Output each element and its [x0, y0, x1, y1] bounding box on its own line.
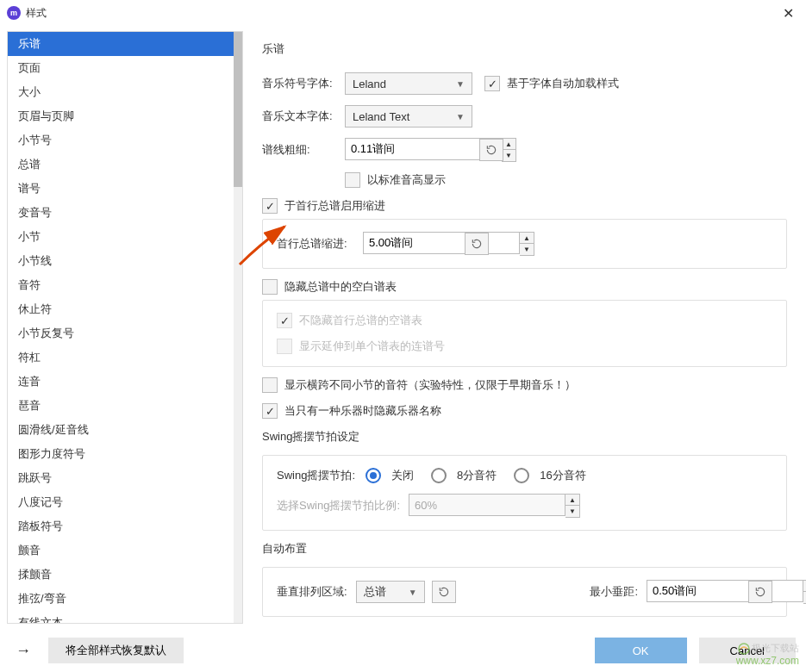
staff-thickness-spinner[interactable]: ▲▼	[345, 138, 472, 162]
music-text-font-label: 音乐文本字体:	[262, 109, 345, 124]
first-system-indent-label: 首行总谱缩进:	[277, 236, 363, 252]
swing-off-label: 关闭	[391, 468, 414, 483]
concert-pitch-label: 以标准音高显示	[367, 172, 446, 188]
music-text-font-select[interactable]: Leland Text ▼	[345, 105, 472, 128]
reset-first-indent-button[interactable]	[465, 233, 489, 255]
min-vert-spinner[interactable]: ▲▼	[647, 580, 741, 604]
sidebar-item[interactable]: 谱号	[8, 177, 242, 201]
spin-down-icon: ▼	[565, 506, 579, 517]
swing-title: Swing摇摆节拍设定	[262, 429, 787, 445]
cross-measure-checkbox[interactable]	[262, 377, 278, 393]
sidebar-item[interactable]: 小节反复号	[8, 321, 242, 345]
swing-group: Swing摇摆节拍: 关闭 8分音符 16分音符 选择Swing摇摆节拍比例: …	[262, 455, 787, 531]
undo-icon	[485, 144, 497, 156]
close-icon[interactable]: ✕	[778, 3, 799, 23]
expand-arrow-icon[interactable]: →	[10, 638, 36, 663]
sidebar-scroll-thumb[interactable]	[234, 32, 242, 187]
sidebar-item[interactable]: 圆滑线/延音线	[8, 418, 242, 442]
sidebar-item[interactable]: 小节线	[8, 249, 242, 273]
swing-eighth-label: 8分音符	[457, 468, 497, 483]
hide-empty-staves-label: 隐藏总谱中的空白谱表	[284, 279, 397, 295]
sidebar-item[interactable]: 推弦/弯音	[8, 587, 242, 611]
autoplace-group: 垂直排列区域: 总谱 ▼ 最小垂距: ▲▼	[262, 567, 787, 617]
footer: → 将全部样式恢复默认 OK Cancel	[0, 629, 806, 672]
sidebar-item[interactable]: 跳跃号	[8, 466, 242, 490]
reset-staff-thickness-button[interactable]	[479, 139, 503, 161]
swing-sixteenth-radio[interactable]	[514, 468, 529, 483]
sidebar-item[interactable]: 符杠	[8, 345, 242, 370]
hide-instrument-checkbox[interactable]	[262, 403, 278, 419]
swing-ratio-label: 选择Swing摇摆节拍比例:	[277, 498, 400, 513]
section-heading: 乐谱	[262, 41, 787, 57]
sidebar-item[interactable]: 踏板符号	[8, 514, 242, 538]
content-panel: 乐谱 音乐符号字体: Leland ▼ 基于字体自动加载样式 音乐文本字体: L…	[243, 26, 806, 629]
sidebar-item[interactable]: 页面	[8, 56, 242, 80]
sidebar-item[interactable]: 连音	[8, 370, 242, 394]
sidebar-item[interactable]: 颤音	[8, 538, 242, 563]
first-system-indent-spinner[interactable]: ▲▼	[363, 232, 458, 256]
sidebar-item[interactable]: 图形力度符号	[8, 442, 242, 466]
sidebar-item[interactable]: 小节	[8, 225, 242, 249]
reset-vert-align-button[interactable]	[432, 581, 456, 603]
auto-load-style-checkbox[interactable]	[484, 76, 500, 91]
sidebar-item[interactable]: 总谱	[8, 152, 242, 177]
show-brackets-label: 显示延伸到单个谱表的连谱号	[299, 339, 445, 354]
swing-ratio-input	[409, 494, 565, 516]
first-system-indent-enable-label: 于首行总谱启用缩进	[284, 198, 385, 214]
min-vert-label: 最小垂距:	[590, 584, 638, 600]
reset-all-button[interactable]: 将全部样式恢复默认	[48, 638, 184, 663]
sidebar-item[interactable]: 有线文本	[8, 611, 242, 624]
concert-pitch-checkbox[interactable]	[345, 172, 360, 188]
sidebar-item[interactable]: 八度记号	[8, 490, 242, 514]
undo-icon	[471, 238, 483, 250]
vert-align-label: 垂直排列区域:	[277, 584, 347, 600]
undo-icon	[438, 586, 450, 598]
music-symbol-font-label: 音乐符号字体:	[262, 76, 345, 91]
vert-align-select[interactable]: 总谱 ▼	[356, 581, 425, 603]
spin-down-icon[interactable]: ▼	[520, 244, 534, 255]
reset-min-vert-button[interactable]	[748, 581, 772, 603]
sidebar-scrollbar[interactable]	[234, 32, 242, 623]
staff-thickness-input[interactable]	[345, 138, 502, 160]
sidebar-item[interactable]: 乐谱	[8, 32, 242, 56]
dont-hide-first-checkbox	[277, 313, 292, 328]
music-symbol-font-select[interactable]: Leland ▼	[345, 72, 472, 95]
spin-up-icon[interactable]: ▲	[520, 233, 534, 244]
ok-button[interactable]: OK	[595, 638, 687, 663]
sidebar-item[interactable]: 页眉与页脚	[8, 104, 242, 128]
hide-empty-staves-group: 不隐藏首行总谱的空谱表 显示延伸到单个谱表的连谱号	[262, 300, 787, 367]
spin-down-icon[interactable]: ▼	[502, 150, 515, 161]
sidebar-item[interactable]: 音符	[8, 273, 242, 297]
swing-off-radio[interactable]	[366, 468, 381, 483]
app-icon: m	[7, 6, 21, 20]
dont-hide-first-label: 不隐藏首行总谱的空谱表	[299, 313, 422, 328]
window-title: 样式	[26, 6, 47, 21]
cancel-button[interactable]: Cancel	[699, 638, 796, 663]
swing-label: Swing摇摆节拍:	[277, 468, 355, 483]
sidebar-item[interactable]: 大小	[8, 80, 242, 104]
spin-up-icon[interactable]: ▲	[502, 139, 515, 150]
swing-sixteenth-label: 16分音符	[540, 468, 585, 483]
swing-eighth-radio[interactable]	[431, 468, 447, 483]
min-vert-input[interactable]	[647, 580, 803, 602]
autoplace-title: 自动布置	[262, 541, 787, 557]
chevron-down-icon: ▼	[456, 79, 465, 89]
first-system-indent-input[interactable]	[363, 232, 520, 254]
category-sidebar: 乐谱页面大小页眉与页脚小节号总谱谱号变音号小节小节线音符休止符小节反复号符杠连音…	[7, 31, 243, 624]
staff-thickness-label: 谱线粗细:	[262, 142, 345, 158]
chevron-down-icon: ▼	[456, 112, 465, 121]
hide-instrument-label: 当只有一种乐器时隐藏乐器名称	[284, 403, 441, 419]
titlebar: m 样式 ✕	[0, 0, 806, 26]
undo-icon	[754, 586, 766, 598]
sidebar-item[interactable]: 琶音	[8, 394, 242, 418]
sidebar-item[interactable]: 小节号	[8, 128, 242, 152]
sidebar-item[interactable]: 变音号	[8, 201, 242, 225]
sidebar-item[interactable]: 休止符	[8, 297, 242, 321]
first-system-indent-enable-checkbox[interactable]	[262, 198, 278, 214]
sidebar-item[interactable]: 揉颤音	[8, 563, 242, 587]
chevron-down-icon: ▼	[409, 588, 417, 597]
spin-up-icon: ▲	[565, 495, 579, 506]
auto-load-style-label: 基于字体自动加载样式	[507, 76, 619, 91]
hide-empty-staves-checkbox[interactable]	[262, 279, 278, 295]
show-brackets-checkbox	[277, 339, 292, 354]
